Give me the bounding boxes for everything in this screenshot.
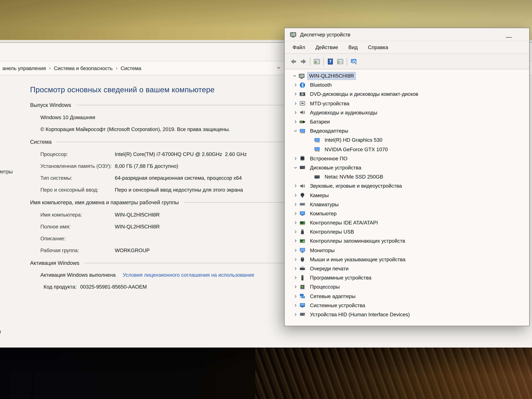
tree-item-dvd-drives[interactable]: DVD-дисководы и дисководы компакт-дисков xyxy=(285,90,529,99)
tree-item-nvidia-gtx-1070[interactable]: NVIDIA GeForce GTX 1070 xyxy=(285,145,529,154)
tree-item-batteries[interactable]: Батареи xyxy=(285,117,529,127)
chevron-right-icon[interactable] xyxy=(292,247,299,254)
tree-item-keyboards[interactable]: Клавиатуры xyxy=(285,200,529,209)
tree-item-ide-controllers[interactable]: Контроллеры IDE ATA/ATAPI xyxy=(285,218,529,227)
back-button[interactable] xyxy=(289,56,298,66)
chevron-right-icon[interactable] xyxy=(292,183,299,190)
chevron-right-icon[interactable] xyxy=(292,100,299,107)
tree-item-storage-controllers[interactable]: Контроллеры запоминающих устройств xyxy=(285,236,529,246)
tree-item-software-devices[interactable]: Программные устройства xyxy=(285,273,529,282)
battery-icon xyxy=(299,119,306,125)
chevron-right-icon[interactable] xyxy=(292,265,299,272)
help-button[interactable] xyxy=(325,56,335,66)
tree-item-hid-devices[interactable]: Устройства HID (Human Interface Devices) xyxy=(285,310,529,319)
license-terms-link[interactable]: Условия лицензионного соглашения на испо… xyxy=(123,272,254,278)
tree-item-label: Видеоадаптеры xyxy=(308,127,350,134)
device-tree: WIN-QL2HI5CHI8R Bluetooth DVD-дисководы … xyxy=(285,69,529,326)
tree-item-bluetooth[interactable]: Bluetooth xyxy=(285,81,529,90)
chevron-right-icon[interactable] xyxy=(292,201,299,208)
system-type-value: 64-разрядная операционная система, проце… xyxy=(115,175,242,181)
console-window-button[interactable] xyxy=(312,56,322,66)
minimize-button[interactable] xyxy=(506,37,512,38)
chevron-right-icon[interactable] xyxy=(292,210,299,217)
chevron-right-icon[interactable] xyxy=(292,238,299,245)
tree-item-computer[interactable]: Компьютер xyxy=(285,209,529,218)
tree-item-system-devices[interactable]: Системные устройства xyxy=(285,301,529,310)
tree-item-audio-endpoints[interactable]: Аудиовходы и аудиовыходы xyxy=(285,108,529,117)
tree-item-label: DVD-дисководы и дисководы компакт-дисков xyxy=(308,91,420,98)
breadcrumb-dropdown-chevron[interactable] xyxy=(276,65,281,70)
camera-icon xyxy=(299,192,306,198)
product-key-label: Код продукта: xyxy=(44,284,77,290)
tree-item-mtd-devices[interactable]: MTD-устройства xyxy=(285,99,529,108)
tree-item-sound-devices[interactable]: Звуковые, игровые и видеоустройства xyxy=(285,181,529,191)
tree-item-disk-drives[interactable]: Дисковые устройства xyxy=(285,163,529,172)
chevron-down-icon[interactable] xyxy=(292,164,299,171)
tree-item-mice[interactable]: Мыши и иные указывающие устройства xyxy=(285,255,529,264)
device-manager-icon xyxy=(290,31,297,38)
chevron-right-icon[interactable] xyxy=(292,228,299,235)
tree-item-label: Netac NVMe SSD 250GB xyxy=(323,173,385,180)
chevron-right-icon[interactable] xyxy=(292,109,299,116)
sidebar-link-fragment[interactable]: и xyxy=(0,329,1,335)
storage-controller-icon xyxy=(299,238,306,244)
tree-item-label: Контроллеры запоминающих устройств xyxy=(308,238,407,245)
disk-drive-icon xyxy=(314,174,320,180)
chevron-right-icon[interactable] xyxy=(292,118,299,125)
tree-item-processors[interactable]: Процессоры xyxy=(285,282,529,291)
chevron-right-icon[interactable] xyxy=(292,274,299,281)
menu-view[interactable]: Вид xyxy=(343,44,363,50)
title-bar[interactable]: Диспетчер устройств xyxy=(285,28,529,41)
chevron-right-icon[interactable] xyxy=(292,302,299,309)
desk-surface xyxy=(0,348,532,399)
breadcrumb-system[interactable]: Система xyxy=(120,65,141,71)
chevron-right-icon[interactable] xyxy=(292,283,299,291)
pen-touch-value: Перо и сенсорный ввод недоступны для это… xyxy=(115,186,243,193)
tree-item-computer-root[interactable]: WIN-QL2HI5CHI8R xyxy=(285,71,529,81)
breadcrumb-control-panel[interactable]: анель управления xyxy=(2,65,46,71)
tree-item-label: Компьютер xyxy=(308,210,338,217)
row-label: Имя компьютера: xyxy=(40,211,115,218)
chevron-right-icon[interactable] xyxy=(292,91,299,98)
row-label: Тип системы: xyxy=(40,175,115,181)
chevron-right-icon[interactable] xyxy=(292,292,299,300)
export-list-button[interactable] xyxy=(335,56,345,66)
breadcrumb-system-security[interactable]: Система и безопасность xyxy=(54,65,113,71)
chevron-down-icon[interactable] xyxy=(291,72,298,79)
forward-button[interactable] xyxy=(298,56,308,66)
tree-item-firmware[interactable]: Встроенное ПО xyxy=(285,154,529,163)
tree-item-usb-controllers[interactable]: Контроллеры USB xyxy=(285,227,529,237)
tree-item-video-adapters[interactable]: Видеоадаптеры xyxy=(285,126,529,135)
chevron-down-icon[interactable] xyxy=(292,127,299,134)
computer-name-value: WIN-QL2HI5CHI8R xyxy=(115,211,160,218)
chevron-right-icon[interactable] xyxy=(292,155,299,162)
chevron-right-icon[interactable] xyxy=(292,192,299,199)
tree-item-label: Звуковые, игровые и видеоустройства xyxy=(308,183,404,190)
printer-icon xyxy=(299,266,306,272)
menu-action[interactable]: Действие xyxy=(310,44,343,50)
tree-item-netac-ssd[interactable]: Netac NVMe SSD 250GB xyxy=(285,172,529,181)
processor-value: Intel(R) Core(TM) i7-6700HQ CPU @ 2.60GH… xyxy=(115,151,247,158)
chevron-right-icon[interactable] xyxy=(292,311,299,318)
chevron-right-icon[interactable] xyxy=(292,81,299,89)
tree-item-print-queues[interactable]: Очереди печати xyxy=(285,264,529,273)
ram-value: 8,00 ГБ (7,88 ГБ доступно) xyxy=(115,163,178,169)
chevron-spacer xyxy=(306,146,314,153)
tree-item-network-adapters[interactable]: Сетевые адаптеры xyxy=(285,291,529,301)
system-device-icon xyxy=(299,302,306,309)
tree-item-monitors[interactable]: Мониторы xyxy=(285,246,529,255)
menu-help[interactable]: Справка xyxy=(363,44,393,50)
device-manager-window: Диспетчер устройств Файл Действие Вид Сп… xyxy=(284,28,530,326)
chevron-right-icon[interactable] xyxy=(292,219,299,226)
tree-item-cameras[interactable]: Камеры xyxy=(285,190,529,200)
toolbar xyxy=(285,54,529,69)
scan-hardware-changes-button[interactable] xyxy=(349,56,359,66)
toolbar-separator xyxy=(347,57,347,66)
tree-item-intel-hd-graphics[interactable]: Intel(R) HD Graphics 530 xyxy=(285,135,529,145)
tree-item-label: Программные устройства xyxy=(308,274,373,281)
chevron-right-icon[interactable] xyxy=(292,256,299,263)
audio-endpoint-icon xyxy=(299,109,306,116)
menu-file[interactable]: Файл xyxy=(287,44,310,50)
dvd-drive-icon xyxy=(299,91,306,97)
mtd-device-icon xyxy=(299,100,306,107)
